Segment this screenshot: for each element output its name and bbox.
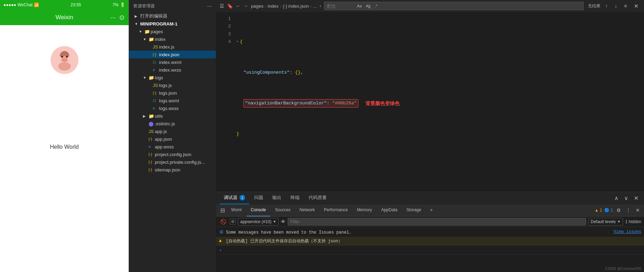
phone-nav-icons: ··· ⊙: [111, 14, 124, 21]
index-js-icon: JS: [153, 44, 159, 50]
tab-terminal[interactable]: 终端: [286, 192, 304, 204]
console-levels-select[interactable]: Default levels ▼: [588, 218, 623, 226]
sitemap-icon: {·}: [149, 168, 155, 172]
find-prev-btn[interactable]: ↑: [603, 2, 610, 9]
find-regex-btn[interactable]: .*: [373, 3, 379, 9]
sidebar-item-index-js[interactable]: JS index.js: [129, 43, 216, 51]
phone-battery-icon: 🔋: [120, 2, 125, 7]
tab-performance-label: Performance: [324, 207, 348, 212]
panel-up-btn[interactable]: ∧: [612, 194, 621, 202]
phone-carrier: WeChat: [17, 2, 32, 7]
explorer-menu-icon[interactable]: ···: [207, 3, 212, 9]
code-area[interactable]: ▾ { "usingComponents" : {} , "navigation…: [234, 12, 644, 192]
sidebar-item-logs-js[interactable]: JS logs.js: [129, 81, 216, 89]
console-toolbar: 🚫 ⊘ appservice (#10) ▼ 👁 Default levels …: [216, 216, 644, 227]
view-issues-link[interactable]: View issues: [614, 229, 641, 234]
devtools-settings-btn[interactable]: ⚙: [615, 207, 622, 214]
sidebar-item-logs-wxml[interactable]: ⬡ logs.wxml: [129, 97, 216, 104]
tab-sources[interactable]: Sources: [271, 204, 295, 216]
devtools-sidebar-icon[interactable]: ⊟: [219, 206, 226, 214]
tab-output[interactable]: 输出: [268, 192, 286, 204]
tab-storage[interactable]: Storage: [402, 204, 425, 216]
watermark: CSDN @Concise200: [605, 266, 642, 271]
breadcrumb-pages[interactable]: pages: [251, 3, 263, 9]
tab-appdata[interactable]: AppData: [377, 204, 402, 216]
line-num-1: 1: [228, 15, 231, 23]
tab-code-quality-label: 代码质量: [309, 194, 327, 201]
svg-text:i: i: [220, 230, 222, 234]
logs-folder-icon: 📁: [149, 75, 155, 80]
phone-dots-icon[interactable]: ···: [111, 14, 116, 21]
phone-camera-icon[interactable]: ⊙: [119, 14, 124, 21]
back-icon[interactable]: ←: [236, 3, 241, 9]
find-input[interactable]: [326, 3, 354, 9]
devtools-more-btn[interactable]: ⋮: [624, 207, 632, 214]
line-num-3: 3: [228, 30, 231, 38]
sidebar-item-sitemap[interactable]: {·} sitemap.json: [129, 166, 216, 174]
tab-network[interactable]: Network: [295, 204, 319, 216]
sidebar-item-utils[interactable]: ▶ 📁 utils: [129, 112, 216, 120]
find-word-btn[interactable]: Ab: [364, 3, 372, 9]
logs-js-icon: JS: [153, 83, 159, 88]
bookmark-icon[interactable]: 🔖: [227, 3, 233, 9]
index-label: index: [155, 37, 166, 42]
sidebar-item-index[interactable]: ▼ 📁 index: [129, 35, 216, 43]
sidebar-item-logs-wxss[interactable]: ≡ logs.wxss: [129, 104, 216, 112]
hamburger-icon[interactable]: ☰: [220, 3, 224, 9]
devtools-close-btn[interactable]: ✕: [634, 207, 641, 214]
console-eye-icon[interactable]: 👁: [281, 219, 286, 225]
phone-status-left: ●●●●● WeChat 📶: [3, 2, 39, 7]
watermark-text: CSDN @Concise200: [605, 266, 642, 271]
find-next-btn[interactable]: ↓: [613, 2, 619, 9]
console-prompt-line: ›: [216, 246, 644, 255]
svg-point-6: [67, 57, 71, 60]
sidebar-item-index-wxml[interactable]: ⬡ index.wxml: [129, 58, 216, 66]
sidebar-item-project-private[interactable]: {·} project.private.config.js...: [129, 158, 216, 166]
sidebar-item-app-js[interactable]: JS app.js: [129, 127, 216, 135]
sidebar-item-project-config[interactable]: {·} project.config.json: [129, 150, 216, 158]
tab-console[interactable]: Console: [247, 204, 270, 216]
forward-icon[interactable]: →: [243, 3, 248, 9]
phone-wifi-icon: 📶: [34, 2, 39, 7]
tab-code-quality[interactable]: 代码质量: [304, 192, 331, 204]
collapse-btn-1[interactable]: ▾: [236, 38, 238, 46]
breadcrumb-index[interactable]: index: [268, 3, 279, 9]
panel-close-btn[interactable]: ✕: [632, 194, 641, 202]
sidebar-item-eslint[interactable]: ⬤ .eslintrc.js: [129, 120, 216, 127]
tab-performance[interactable]: Performance: [320, 204, 352, 216]
sidebar-item-app-wxss[interactable]: ≡ app.wxss: [129, 143, 216, 150]
breadcrumb-more[interactable]: ...: [313, 3, 317, 9]
tab-more[interactable]: »: [426, 204, 437, 216]
open-editors-item[interactable]: ▶ 打开的编辑器: [129, 12, 216, 20]
breadcrumb-json-file[interactable]: {·} index.json: [283, 3, 309, 9]
logs-js-label: logs.js: [159, 83, 172, 88]
console-block-icon[interactable]: ⊘: [230, 219, 236, 225]
find-menu-btn[interactable]: ≡: [622, 2, 629, 9]
phone-signal: ●●●●●: [3, 2, 16, 7]
project-private-label: project.private.config.js...: [155, 160, 205, 165]
tab-debugger[interactable]: 调试器 1: [220, 192, 249, 204]
panel-down-btn[interactable]: ∨: [622, 194, 630, 202]
line-numbers: 1 2 3 4: [216, 12, 234, 192]
logs-label: logs: [155, 75, 163, 80]
find-close-btn[interactable]: ✕: [632, 2, 641, 10]
tab-memory[interactable]: Memory: [353, 204, 376, 216]
sidebar-item-app-json[interactable]: {·} app.json: [129, 135, 216, 143]
sidebar-item-pages[interactable]: ▼ 📁 pages: [129, 28, 216, 35]
sidebar-item-index-json[interactable]: {·} index.json: [129, 51, 216, 58]
phone-avatar: [51, 46, 78, 74]
console-service-select[interactable]: appservice (#10) ▼: [238, 218, 279, 226]
find-case-btn[interactable]: Aa: [356, 3, 363, 9]
sidebar-item-logs-json[interactable]: {·} logs.json: [129, 89, 216, 97]
project-root-item[interactable]: ▼ MINIPROGRAM-1: [129, 20, 216, 28]
breadcrumb: pages › index › {·} index.json › ...: [251, 3, 317, 9]
find-input-wrap: Aa Ab .*: [324, 2, 584, 10]
tab-issues[interactable]: 问题: [250, 192, 267, 204]
index-json-icon: {·}: [153, 52, 159, 57]
sidebar-item-logs[interactable]: ▼ 📁 logs: [129, 74, 216, 81]
console-filter-input[interactable]: [290, 219, 584, 224]
tab-wxml[interactable]: Wxml: [227, 204, 246, 216]
sidebar-item-index-wxss[interactable]: ≡ index.wxss: [129, 66, 216, 74]
bottom-tab-actions: ∧ ∨ ✕: [612, 194, 641, 202]
console-clear-icon[interactable]: 🚫: [219, 218, 228, 225]
